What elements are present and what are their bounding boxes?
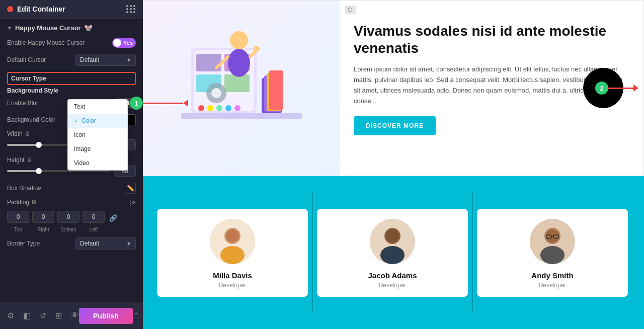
chevron-icon[interactable]: ▼	[7, 25, 12, 31]
svg-rect-10	[224, 74, 250, 92]
svg-point-30	[386, 229, 399, 242]
panel-header-left: Edit Container	[7, 5, 65, 13]
border-type-row: Border Type Default ▼	[7, 237, 136, 250]
enable-toggle[interactable]: Yes	[112, 38, 136, 48]
top-section: ⬡ Vivamus sodales nisi id ante molestie …	[143, 0, 644, 176]
template-icon[interactable]: ⊞	[55, 311, 62, 320]
monitor-icon: 🖥	[24, 130, 30, 137]
default-cursor-row: Default Cursor Default ▼	[7, 54, 136, 66]
svg-rect-4	[269, 70, 283, 110]
right-label: Right	[32, 227, 54, 232]
text-area: ⬡ Vivamus sodales nisi id ante molestie …	[340, 1, 643, 176]
top-label: Top	[7, 227, 29, 232]
team-name-1: Milla Davis	[213, 271, 252, 280]
pad-right-input[interactable]	[32, 211, 54, 223]
discover-button[interactable]: DISCOVER MORE	[354, 116, 436, 135]
team-card-1: Milla Davis Developer	[157, 209, 308, 297]
pad-labels: Top Right Bottom Left	[7, 227, 136, 232]
height-monitor-icon: 🖥	[26, 156, 32, 163]
enable-toggle-row: Enable Happy Mouse Cursor Yes	[7, 38, 136, 48]
dropdown-item-icon[interactable]: Icon	[68, 128, 127, 142]
cursor-circle	[583, 68, 623, 108]
svg-point-34	[546, 229, 559, 242]
left-panel: Edit Container ▼ Happy Mouse Cursor 🐭 En…	[0, 0, 143, 329]
grid-icon[interactable]	[126, 5, 136, 13]
illustration-area	[143, 1, 340, 176]
background-style-label: Background Style	[7, 87, 136, 94]
enable-control: Yes	[112, 38, 136, 48]
video-option: Video	[74, 159, 89, 167]
icon-option: Icon	[74, 131, 86, 138]
plugin-title: ▼ Happy Mouse Cursor 🐭	[7, 24, 136, 32]
publish-button[interactable]: Publish	[79, 308, 133, 324]
team-role-1: Developer	[219, 282, 247, 289]
expand-button[interactable]: ⬡	[345, 6, 356, 14]
height-slider-fill	[7, 170, 38, 172]
avatar-milla	[210, 219, 255, 264]
expand-icon[interactable]: ⌃	[133, 311, 139, 320]
border-type-select[interactable]: Default ▼	[75, 237, 136, 250]
history-icon[interactable]: ↺	[40, 311, 46, 320]
svg-point-22	[234, 105, 240, 111]
toolbar-icons: ⚙ ◧ ↺ ⊞ 👁	[7, 311, 79, 320]
svg-point-15	[254, 46, 260, 52]
dropdown-item-image[interactable]: Image	[68, 142, 127, 156]
cursor-type-label: Cursor Type	[11, 75, 46, 82]
border-select-arrow: ▼	[126, 241, 131, 246]
dropdown-item-color[interactable]: ✓ Color	[68, 114, 127, 128]
padding-inputs	[7, 211, 105, 223]
pad-bottom-input[interactable]	[57, 211, 79, 223]
panel-title: Edit Container	[17, 5, 65, 13]
svg-point-33	[540, 246, 565, 264]
eye-icon[interactable]: 👁	[71, 311, 79, 320]
toggle-knob	[113, 39, 121, 47]
team-card-3: Andy Smith Developer	[477, 209, 628, 297]
plugin-emoji: 🐭	[84, 24, 93, 32]
border-type-value: Default	[80, 240, 99, 247]
svg-point-18	[198, 105, 204, 111]
edit-icon[interactable]: ✏️	[125, 183, 136, 194]
layers-icon[interactable]: ◧	[23, 311, 31, 320]
px-unit: px	[129, 199, 136, 206]
pad-left-input[interactable]	[83, 211, 105, 223]
illustration-svg	[166, 23, 317, 153]
default-cursor-value: Default	[80, 56, 99, 63]
team-role-2: Developer	[379, 282, 407, 289]
card-divider-1	[312, 192, 313, 313]
svg-point-21	[225, 105, 231, 111]
default-cursor-label: Default Cursor	[7, 56, 75, 63]
height-slider-thumb[interactable]	[36, 168, 42, 174]
select-arrow-icon: ▼	[126, 57, 131, 63]
bottom-section: Milla Davis Developer Jacob Adams Develo…	[143, 176, 644, 329]
plugin-name: Happy Mouse Cursor	[15, 24, 81, 32]
svg-point-17	[211, 88, 221, 98]
check-icon: ✓	[74, 118, 78, 124]
box-shadow-label: Box Shadow	[7, 185, 125, 192]
border-type-label: Border Type	[7, 240, 75, 247]
settings-icon[interactable]: ⚙	[7, 311, 14, 320]
pad-top-input[interactable]	[7, 211, 29, 223]
text-option: Text	[74, 103, 85, 110]
main-heading: Vivamus sodales nisi id ante molestie ve…	[354, 23, 627, 56]
dropdown-item-video[interactable]: Video	[68, 156, 127, 170]
svg-point-20	[216, 105, 222, 111]
svg-point-25	[220, 246, 245, 264]
svg-rect-0	[181, 113, 302, 119]
width-slider-thumb[interactable]	[36, 142, 42, 148]
default-cursor-select[interactable]: Default ▼	[75, 54, 136, 66]
dropdown-item-text[interactable]: Text	[68, 100, 127, 114]
panel-toolbar: ⚙ ◧ ↺ ⊞ 👁 Publish ⌃	[0, 302, 143, 329]
padding-label-row: Padding 🖥 px	[7, 199, 136, 206]
avatar-andy	[530, 219, 575, 264]
padding-monitor-icon: 🖥	[31, 199, 37, 206]
svg-point-26	[226, 229, 239, 242]
enable-label: Enable Happy Mouse Cursor	[7, 39, 112, 46]
width-slider-fill	[7, 144, 38, 146]
left-label: Left	[83, 227, 105, 232]
svg-point-12	[228, 49, 250, 77]
link-icon[interactable]: 🔗	[108, 212, 119, 223]
image-option: Image	[74, 145, 91, 152]
team-name-2: Jacob Adams	[368, 271, 417, 280]
box-shadow-row: Box Shadow ✏️	[7, 183, 136, 194]
team-name-3: Andy Smith	[531, 271, 573, 280]
